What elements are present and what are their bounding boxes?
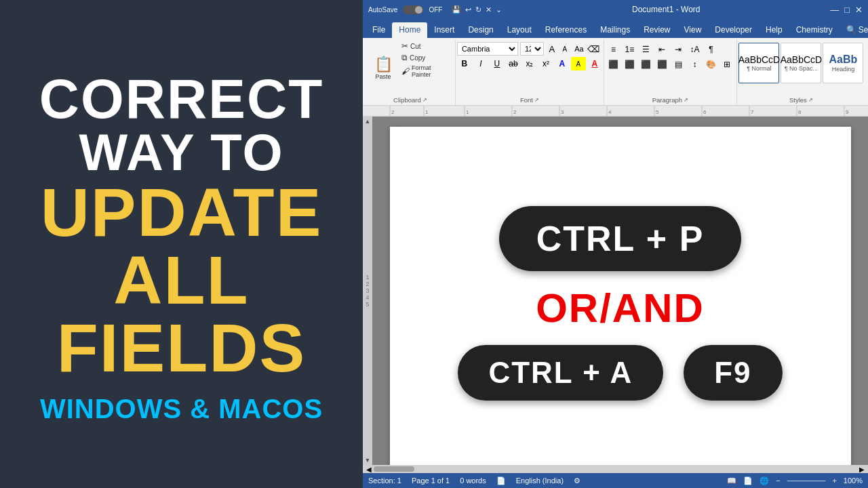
change-case-button[interactable]: Aa (573, 42, 585, 56)
status-right: 📖 📄 🌐 − ──────── + 100% (727, 476, 863, 485)
styles-expand-icon[interactable]: ↗ (808, 97, 813, 103)
increase-indent-button[interactable]: ⇥ (671, 43, 686, 56)
autosave-label: AutoSave (368, 6, 397, 14)
cut-button[interactable]: ✂ Cut (399, 41, 451, 52)
view-layout-button[interactable]: 📄 (743, 476, 753, 485)
para-content: ≡ 1≡ ☰ ⇤ ⇥ ↕A ¶ ⬛ ⬛ ⬛ ⬛ ▤ ↕ 🎨 ⊞ (606, 41, 734, 73)
increase-font-button[interactable]: A (546, 42, 558, 56)
columns-button[interactable]: ▤ (671, 58, 686, 71)
zoom-in-button[interactable]: + (832, 476, 836, 485)
clipboard-content: 📋 Paste ✂ Cut ⧉ Copy 🖌 Format Painter (370, 41, 451, 96)
justify-button[interactable]: ⬛ (654, 58, 669, 71)
tab-view[interactable]: View (677, 22, 709, 38)
tab-review[interactable]: Review (637, 22, 677, 38)
line1-text: CORRECT (39, 71, 323, 127)
scroll-left-button[interactable]: ◀ (364, 466, 374, 473)
scroll-down-indicator[interactable]: ▼ (365, 457, 371, 464)
scroll-thumb[interactable] (374, 466, 414, 472)
shading-button[interactable]: 🎨 (703, 58, 718, 71)
scroll-up-indicator[interactable]: ▲ (365, 118, 371, 125)
tab-design[interactable]: Design (461, 22, 500, 38)
superscript-button[interactable]: x² (538, 57, 553, 70)
borders-button[interactable]: ⊞ (719, 58, 734, 71)
zoom-level: 100% (844, 476, 863, 485)
italic-button[interactable]: I (473, 57, 488, 70)
styles-label: Styles ↗ (789, 96, 813, 105)
paste-button[interactable]: 📋 Paste (370, 41, 397, 96)
redo-icon[interactable]: ↻ (475, 5, 481, 14)
numbering-button[interactable]: 1≡ (622, 43, 637, 56)
show-marks-button[interactable]: ¶ (703, 43, 718, 56)
multilevel-button[interactable]: ☰ (638, 43, 653, 56)
line5-text: FIELDS (57, 314, 307, 382)
zoom-out-button[interactable]: − (776, 476, 780, 485)
decrease-font-button[interactable]: A (559, 42, 571, 56)
ctrl-p-button[interactable]: CTRL + P (499, 206, 742, 271)
ctrl-a-button[interactable]: CTRL + A (458, 345, 663, 401)
clipboard-small-btns: ✂ Cut ⧉ Copy 🖌 Format Painter (399, 41, 451, 96)
font-size-selector[interactable]: 12 (520, 42, 544, 56)
copy-button[interactable]: ⧉ Copy (399, 52, 451, 63)
autosave-toggle[interactable] (403, 5, 423, 14)
underline-button[interactable]: U (490, 57, 505, 70)
font-selector[interactable]: Cambria (457, 42, 518, 56)
decrease-indent-button[interactable]: ⇤ (654, 43, 669, 56)
accessibility-icon: ⚙ (574, 476, 580, 485)
text-effect-button[interactable]: A (555, 57, 570, 70)
tab-search[interactable]: 🔍 Search (840, 22, 868, 38)
align-right-button[interactable]: ⬛ (638, 58, 653, 71)
track-changes-icon: 📄 (496, 476, 506, 485)
bullets-button[interactable]: ≡ (606, 43, 620, 56)
sort-button[interactable]: ↕A (687, 43, 702, 56)
font-expand-icon[interactable]: ↗ (534, 97, 539, 103)
tab-chemistry[interactable]: Chemistry (789, 22, 840, 38)
line3-text: UPDATE (41, 178, 323, 246)
font-color-button[interactable]: A (587, 57, 602, 70)
paragraph-expand-icon[interactable]: ↗ (684, 97, 688, 103)
align-left-button[interactable]: ⬛ (606, 58, 620, 71)
bold-button[interactable]: B (457, 57, 472, 70)
save-icon[interactable]: 💾 (452, 5, 461, 14)
more-icon[interactable]: ⌄ (496, 5, 502, 14)
line2-text: WAY TO (79, 127, 283, 178)
line-spacing-button[interactable]: ↕ (687, 58, 702, 71)
tab-file[interactable]: File (366, 22, 392, 38)
restore-icon[interactable]: □ (844, 5, 850, 15)
paste-icon: 📋 (374, 57, 393, 72)
scroll-right-button[interactable]: ▶ (857, 466, 867, 473)
minimize-icon[interactable]: — (830, 5, 839, 15)
cut-icon: ✂ (401, 41, 408, 51)
clear-format-button[interactable]: ⌫ (587, 42, 599, 56)
tab-mailings[interactable]: Mailings (593, 22, 637, 38)
tab-layout[interactable]: Layout (500, 22, 538, 38)
style-normal[interactable]: AaBbCcD ¶ Normal (738, 43, 779, 83)
undo-icon[interactable]: ↩ (465, 5, 471, 14)
styles-content: AaBbCcD ¶ Normal AaBbCcD ¶ No Spac... Aa… (738, 41, 863, 85)
tab-home[interactable]: Home (392, 22, 427, 38)
tab-insert[interactable]: Insert (427, 22, 461, 38)
close-icon-tb[interactable]: ✕ (486, 5, 492, 14)
highlight-button[interactable]: A (571, 57, 586, 70)
document-area[interactable]: ▲ 12345 ▼ CTRL + P OR/AND CTRL + A F9 (363, 117, 868, 465)
format-painter-button[interactable]: 🖌 Format Painter (399, 64, 451, 79)
ruler-svg: 2 1 1 2 3 4 5 6 7 8 9 (376, 106, 868, 117)
clipboard-expand-icon[interactable]: ↗ (422, 97, 427, 103)
style-heading[interactable]: AaBb Heading (823, 43, 863, 83)
or-and-text: OR/AND (536, 285, 705, 331)
align-center-button[interactable]: ⬛ (622, 58, 637, 71)
style-no-spacing[interactable]: AaBbCcD ¶ No Spac... (781, 43, 821, 83)
strikethrough-button[interactable]: ab (506, 57, 521, 70)
subscript-button[interactable]: x₂ (522, 57, 537, 70)
horizontal-scrollbar[interactable]: ◀ ▶ (363, 465, 868, 473)
view-web-button[interactable]: 🌐 (760, 476, 769, 485)
view-read-button[interactable]: 📖 (727, 476, 736, 485)
window-close-icon[interactable]: ✕ (855, 5, 863, 15)
tab-help[interactable]: Help (759, 22, 789, 38)
tab-references[interactable]: References (538, 22, 593, 38)
zoom-slider[interactable]: ──────── (787, 477, 826, 485)
font-group: Cambria 12 A A Aa ⌫ B I U ab (456, 39, 604, 105)
doc-page: CTRL + P OR/AND CTRL + A F9 (390, 127, 851, 465)
tab-developer[interactable]: Developer (708, 22, 759, 38)
f9-button[interactable]: F9 (684, 345, 782, 401)
cut-label: Cut (410, 43, 421, 50)
